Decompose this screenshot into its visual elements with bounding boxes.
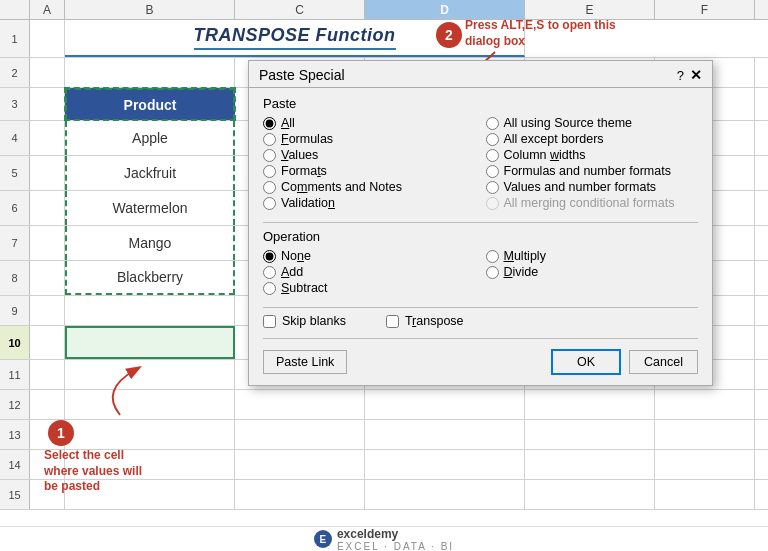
paste-radio-formulas-numbers[interactable]: [486, 165, 499, 178]
paste-label-comments: Comments and Notes: [281, 180, 402, 194]
cell-b6: Watermelon: [65, 191, 235, 225]
column-headers: A B C D E F: [0, 0, 768, 20]
annotation-text-1: Select the cell where values will be pas…: [44, 448, 142, 495]
paste-options-grid: All Formulas Values Formats: [263, 116, 698, 212]
mango-text: Mango: [129, 235, 172, 251]
paste-option-values[interactable]: Values: [263, 148, 476, 162]
col-header-f: F: [655, 0, 755, 19]
paste-option-formulas[interactable]: Formulas: [263, 132, 476, 146]
table-row: 13: [0, 420, 768, 450]
paste-radio-except-borders[interactable]: [486, 133, 499, 146]
operation-radio-multiply[interactable]: [486, 250, 499, 263]
paste-option-validation[interactable]: Validation: [263, 196, 476, 210]
cell-b2: [65, 58, 235, 87]
cell-a7: [30, 226, 65, 260]
operation-options-right: Multiply Divide: [486, 249, 699, 297]
row-num-5: 5: [0, 156, 30, 190]
paste-label-source-theme: All using Source theme: [504, 116, 633, 130]
paste-special-dialog: Paste Special ? ✕ Paste All Formul: [248, 60, 713, 386]
row-num-12: 12: [0, 390, 30, 419]
dialog-controls: ? ✕: [677, 67, 702, 83]
operation-label-subtract: Subtract: [281, 281, 328, 295]
paste-option-except-borders[interactable]: All except borders: [486, 132, 699, 146]
col-header-c: C: [235, 0, 365, 19]
paste-label-col-widths: Column widths: [504, 148, 586, 162]
row-num-7: 7: [0, 226, 30, 260]
operation-multiply[interactable]: Multiply: [486, 249, 699, 263]
paste-label-formulas-numbers: Formulas and number formats: [504, 164, 671, 178]
paste-radio-values[interactable]: [263, 149, 276, 162]
skip-blanks-option[interactable]: Skip blanks: [263, 314, 346, 328]
dialog-help-button[interactable]: ?: [677, 68, 684, 83]
row-num-10: 10: [0, 326, 30, 359]
dialog-close-button[interactable]: ✕: [690, 67, 702, 83]
corner-header: [0, 0, 30, 19]
paste-label-except-borders: All except borders: [504, 132, 604, 146]
paste-radio-all[interactable]: [263, 117, 276, 130]
skip-blanks-checkbox[interactable]: [263, 315, 276, 328]
col-header-e: E: [525, 0, 655, 19]
operation-divide[interactable]: Divide: [486, 265, 699, 279]
paste-label-merge-conditional: All merging conditional formats: [504, 196, 675, 210]
operation-label-add: Add: [281, 265, 303, 279]
cell-b10-selected[interactable]: [65, 326, 235, 359]
exceldemy-icon: E: [314, 530, 332, 548]
ok-button[interactable]: OK: [551, 349, 621, 375]
operation-radio-add[interactable]: [263, 266, 276, 279]
operation-radio-none[interactable]: [263, 250, 276, 263]
checkbox-row: Skip blanks Transpose: [263, 314, 698, 328]
paste-link-button[interactable]: Paste Link: [263, 350, 347, 374]
row-num-6: 6: [0, 191, 30, 225]
operation-none[interactable]: None: [263, 249, 476, 263]
footer-tagline: EXCEL · DATA · BI: [337, 541, 454, 552]
paste-option-all[interactable]: All: [263, 116, 476, 130]
paste-radio-values-numbers[interactable]: [486, 181, 499, 194]
cell-a3: [30, 88, 65, 120]
transpose-label: Transpose: [405, 314, 464, 328]
paste-label-values: Values: [281, 148, 318, 162]
cell-a1: [30, 20, 65, 57]
paste-radio-col-widths[interactable]: [486, 149, 499, 162]
operation-radio-subtract[interactable]: [263, 282, 276, 295]
operation-add[interactable]: Add: [263, 265, 476, 279]
paste-option-values-numbers[interactable]: Values and number formats: [486, 180, 699, 194]
operation-subtract[interactable]: Subtract: [263, 281, 476, 295]
paste-radio-comments[interactable]: [263, 181, 276, 194]
operation-radio-divide[interactable]: [486, 266, 499, 279]
annotation-badge-1: 1: [48, 420, 74, 446]
row-num-4: 4: [0, 121, 30, 155]
paste-option-source-theme[interactable]: All using Source theme: [486, 116, 699, 130]
cancel-button[interactable]: Cancel: [629, 350, 698, 374]
row-num-3: 3: [0, 88, 30, 120]
paste-radio-formats[interactable]: [263, 165, 276, 178]
table-row: 1 TRANSPOSE Function: [0, 20, 768, 58]
row-num-1: 1: [0, 20, 30, 57]
watermelon-text: Watermelon: [113, 200, 188, 216]
cell-b9: [65, 296, 235, 325]
cell-a9: [30, 296, 65, 325]
paste-option-comments[interactable]: Comments and Notes: [263, 180, 476, 194]
transpose-option[interactable]: Transpose: [386, 314, 464, 328]
paste-label-all: All: [281, 116, 295, 130]
cell-a4: [30, 121, 65, 155]
dialog-buttons: Paste Link OK Cancel: [263, 345, 698, 375]
paste-label-formulas: Formulas: [281, 132, 333, 146]
paste-option-merge-conditional: All merging conditional formats: [486, 196, 699, 210]
row-num-9: 9: [0, 296, 30, 325]
paste-radio-validation[interactable]: [263, 197, 276, 210]
paste-options-left: All Formulas Values Formats: [263, 116, 476, 212]
row-num-15: 15: [0, 480, 30, 509]
paste-radio-source-theme[interactable]: [486, 117, 499, 130]
paste-radio-merge-conditional: [486, 197, 499, 210]
col-header-d: D: [365, 0, 525, 19]
paste-option-col-widths[interactable]: Column widths: [486, 148, 699, 162]
operation-section-label: Operation: [263, 229, 698, 244]
transpose-checkbox[interactable]: [386, 315, 399, 328]
paste-section-label: Paste: [263, 96, 698, 111]
paste-option-formulas-numbers[interactable]: Formulas and number formats: [486, 164, 699, 178]
paste-option-formats[interactable]: Formats: [263, 164, 476, 178]
arrow-1-icon: [80, 360, 170, 420]
apple-text: Apple: [132, 130, 168, 146]
cell-a6: [30, 191, 65, 225]
paste-radio-formulas[interactable]: [263, 133, 276, 146]
